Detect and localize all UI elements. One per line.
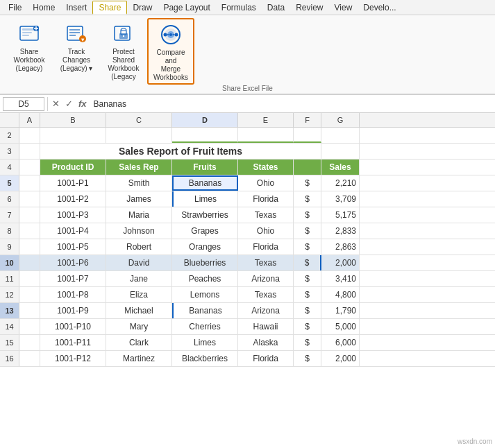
header-dollar[interactable] — [294, 160, 321, 175]
menu-share[interactable]: Share — [92, 1, 127, 15]
cell-c8[interactable]: Johnson — [106, 223, 172, 239]
compare-merge-button[interactable]: Compare andMerge Workbooks — [147, 18, 194, 85]
cell-f15[interactable]: $ — [294, 335, 321, 350]
cell-f2[interactable] — [294, 128, 321, 143]
header-states[interactable]: States — [238, 160, 294, 175]
header-sales[interactable]: Sales — [321, 160, 360, 175]
cell-c7[interactable]: Maria — [106, 207, 172, 223]
cell-f12[interactable]: $ — [294, 287, 321, 302]
cell-f7[interactable]: $ — [294, 207, 321, 223]
menu-draw[interactable]: Draw — [127, 1, 158, 14]
protect-shared-button[interactable]: Protect SharedWorkbook (Legacy — [100, 18, 147, 83]
share-workbook-button[interactable]: Share Workbook(Legacy) — [6, 18, 53, 75]
cell-c2[interactable] — [106, 128, 172, 143]
cell-b10[interactable]: 1001-P6 — [40, 255, 106, 270]
cell-a13[interactable] — [19, 303, 40, 318]
cell-g14[interactable]: 5,000 — [321, 319, 360, 334]
cell-e12[interactable]: Texas — [238, 287, 294, 302]
cell-c5[interactable]: Smith — [106, 175, 172, 191]
cell-g16[interactable]: 2,000 — [321, 351, 360, 366]
cell-b16[interactable]: 1001-P12 — [40, 351, 106, 366]
cell-c6[interactable]: James — [106, 191, 172, 207]
cell-a4[interactable] — [19, 160, 40, 175]
cell-b5[interactable]: 1001-P1 — [40, 175, 106, 191]
cell-a8[interactable] — [19, 223, 40, 239]
cell-g3[interactable] — [321, 144, 360, 159]
track-changes-button[interactable]: ▾ Track Changes(Legacy) ▾ — [53, 18, 100, 75]
cell-b2[interactable] — [40, 128, 106, 143]
menu-insert[interactable]: Insert — [60, 1, 92, 14]
cell-b9[interactable]: 1001-P5 — [40, 239, 106, 255]
col-header-f[interactable]: F — [294, 113, 321, 127]
menu-review[interactable]: Review — [290, 1, 328, 14]
cell-d14[interactable]: Cherries — [172, 319, 238, 334]
menu-page-layout[interactable]: Page Layout — [158, 1, 215, 14]
cell-a7[interactable] — [19, 207, 40, 223]
menu-home[interactable]: Home — [27, 1, 60, 14]
cell-g7[interactable]: 5,175 — [321, 207, 360, 223]
cell-g11[interactable]: 3,410 — [321, 271, 360, 286]
cancel-icon[interactable]: ✕ — [51, 98, 61, 109]
cell-e13[interactable]: Arizona — [238, 303, 294, 318]
col-header-b[interactable]: B — [40, 113, 106, 127]
cell-c11[interactable]: Jane — [106, 271, 172, 286]
cell-g13[interactable]: 1,790 — [321, 303, 360, 318]
cell-e9[interactable]: Florida — [238, 239, 294, 255]
cell-a6[interactable] — [19, 191, 40, 207]
cell-e8[interactable]: Ohio — [238, 223, 294, 239]
cell-g9[interactable]: 2,863 — [321, 239, 360, 255]
cell-g10[interactable]: 2,000 — [321, 255, 360, 270]
cell-d7[interactable]: Strawberries — [172, 207, 238, 223]
cell-reference-box[interactable] — [3, 97, 44, 111]
cell-b13[interactable]: 1001-P9 — [40, 303, 106, 318]
col-header-g[interactable]: G — [321, 113, 360, 127]
cell-g2[interactable] — [321, 128, 360, 143]
cell-f9[interactable]: $ — [294, 239, 321, 255]
cell-e16[interactable]: Florida — [238, 351, 294, 366]
cell-c9[interactable]: Robert — [106, 239, 172, 255]
cell-g5[interactable]: 2,210 — [321, 175, 360, 191]
cell-f13[interactable]: $ — [294, 303, 321, 318]
cell-d6[interactable]: Limes — [172, 191, 238, 207]
col-header-e[interactable]: E — [238, 113, 294, 127]
cell-g12[interactable]: 4,800 — [321, 287, 360, 302]
cell-a16[interactable] — [19, 351, 40, 366]
cell-d2[interactable] — [172, 128, 238, 143]
cell-a10[interactable] — [19, 255, 40, 270]
header-product-id[interactable]: Product ID — [40, 160, 106, 175]
cell-a3[interactable] — [19, 144, 40, 159]
col-header-d[interactable]: D — [172, 113, 238, 127]
col-header-c[interactable]: C — [106, 113, 172, 127]
cell-f10[interactable]: $ — [294, 255, 321, 270]
cell-e14[interactable]: Hawaii — [238, 319, 294, 334]
cell-e2[interactable] — [238, 128, 294, 143]
col-header-a[interactable]: A — [19, 113, 40, 127]
menu-view[interactable]: View — [329, 1, 358, 14]
cell-b12[interactable]: 1001-P8 — [40, 287, 106, 302]
cell-b11[interactable]: 1001-P7 — [40, 271, 106, 286]
cell-b15[interactable]: 1001-P11 — [40, 335, 106, 350]
menu-file[interactable]: File — [3, 1, 27, 14]
cell-e10[interactable]: Texas — [238, 255, 294, 270]
cell-d8[interactable]: Grapes — [172, 223, 238, 239]
cell-d10[interactable]: Blueberries — [172, 255, 238, 270]
cell-b7[interactable]: 1001-P3 — [40, 207, 106, 223]
cell-a9[interactable] — [19, 239, 40, 255]
cell-g6[interactable]: 3,709 — [321, 191, 360, 207]
cell-c15[interactable]: Clark — [106, 335, 172, 350]
cell-e15[interactable]: Alaska — [238, 335, 294, 350]
cell-b8[interactable]: 1001-P4 — [40, 223, 106, 239]
cell-d16[interactable]: Blackberries — [172, 351, 238, 366]
cell-e7[interactable]: Texas — [238, 207, 294, 223]
formula-input[interactable] — [90, 99, 492, 109]
cell-e11[interactable]: Arizona — [238, 271, 294, 286]
menu-develo[interactable]: Develo... — [358, 1, 401, 14]
cell-g8[interactable]: 2,833 — [321, 223, 360, 239]
cell-a2[interactable] — [19, 128, 40, 143]
cell-a12[interactable] — [19, 287, 40, 302]
cell-a15[interactable] — [19, 335, 40, 350]
cell-b6[interactable]: 1001-P2 — [40, 191, 106, 207]
header-fruits[interactable]: Fruits — [172, 160, 238, 175]
cell-a5[interactable] — [19, 175, 40, 191]
cell-d13[interactable]: Bananas — [172, 303, 238, 318]
